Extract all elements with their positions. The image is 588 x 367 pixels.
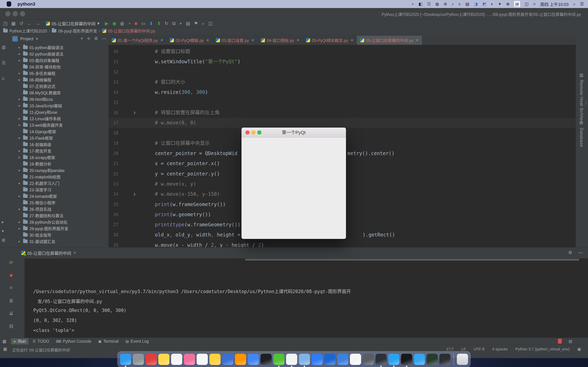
- project-tool-icon[interactable]: ⌖: [81, 36, 83, 41]
- menubar-status-icon[interactable]: ⌗: [533, 0, 536, 8]
- dock-app-music[interactable]: [146, 354, 157, 365]
- toolbar-icon[interactable]: ■: [135, 21, 137, 26]
- list-item[interactable]: ▸09-html和css: [9, 96, 109, 102]
- toolbar-icon[interactable]: ←: [27, 21, 32, 26]
- dock-app-pycharm[interactable]: [388, 354, 399, 365]
- list-item[interactable]: ▸06-网络编程: [9, 76, 109, 83]
- status-widget[interactable]: 4 spaces: [492, 347, 508, 351]
- close-icon[interactable]: ✕: [206, 38, 209, 42]
- dock-app-photoshop[interactable]: [222, 354, 233, 365]
- tool-stripe-icon[interactable]: ▥: [2, 45, 6, 50]
- minimize-button[interactable]: [13, 11, 18, 17]
- list-item[interactable]: ▸01-python基础语法: [9, 44, 109, 50]
- pyqt-minimize-button[interactable]: [251, 130, 256, 134]
- tool-window-toggle-icon[interactable]: ▦: [3, 347, 7, 351]
- run-tab-label[interactable]: 05-让窗口在屏幕的中间: [27, 250, 71, 256]
- menubar-status-icon[interactable]: ◍: [435, 0, 439, 8]
- menubar-status-icon[interactable]: ⌕: [573, 0, 575, 8]
- toolbar-icon[interactable]: ◫: [208, 21, 213, 26]
- menubar-status-icon[interactable]: ◩: [483, 0, 486, 8]
- apple-menu-icon[interactable]: [7, 1, 11, 7]
- toolbar-icon[interactable]: ⌖: [179, 21, 182, 26]
- dock-app-docker[interactable]: [324, 354, 336, 365]
- grid-icon[interactable]: ▦: [2, 339, 7, 344]
- fold-icon[interactable]: ❯: [133, 108, 136, 118]
- list-item[interactable]: ▸12-Linux操作系统: [9, 115, 109, 122]
- tab-01-第一个PyQt程序.py[interactable]: 01-第一个PyQt程序.py✕: [109, 36, 167, 45]
- list-item[interactable]: 25-微信小程序: [9, 199, 109, 206]
- toolbar-icon[interactable]: ◍: [120, 21, 124, 26]
- notification-badge[interactable]: [558, 339, 562, 344]
- dock-app-dropbox[interactable]: [312, 354, 323, 365]
- pyqt-titlebar[interactable]: 第一个PyQt: [242, 128, 346, 138]
- toolbar-icon[interactable]: ◉: [112, 21, 116, 26]
- status-widget[interactable]: 17:7: [446, 347, 454, 351]
- menubar-status-icon[interactable]: ☷: [427, 0, 431, 8]
- list-item[interactable]: ▸03-面向对象编程: [9, 57, 109, 63]
- fold-icon[interactable]: ❯: [133, 189, 136, 199]
- dock-app-safari[interactable]: [299, 354, 310, 365]
- dock-app-chrome[interactable]: [248, 354, 259, 365]
- list-item[interactable]: 23-深度学习: [9, 186, 109, 193]
- project-tool-icon[interactable]: ≑: [87, 36, 90, 41]
- status-widget[interactable]: LF: [461, 347, 466, 351]
- tool-stripe-icon[interactable]: ⋮⋮: [579, 101, 588, 106]
- dock-app-messages[interactable]: [414, 354, 425, 365]
- toolbar-icon[interactable]: ⬆: [157, 21, 161, 26]
- toolwindow-button-event-log[interactable]: ▤Event Log: [123, 338, 152, 344]
- run-toolbar-icon[interactable]: ⟳: [9, 260, 13, 266]
- list-item[interactable]: 08-MySQL数据库: [9, 89, 109, 96]
- close-icon[interactable]: ✕: [416, 38, 419, 42]
- toolwindow-button-run[interactable]: ▶Run: [11, 338, 28, 344]
- toolbar-icon[interactable]: ▭: [141, 21, 146, 26]
- pyqt-app-window[interactable]: 第一个PyQt: [242, 128, 346, 239]
- dock-app-wps[interactable]: [427, 354, 438, 365]
- run-toolbar-icon[interactable]: ⇊: [9, 310, 13, 316]
- toolbar-icon[interactable]: ▦: [11, 21, 16, 26]
- menubar-status-icon[interactable]: ◧: [419, 0, 423, 8]
- list-item[interactable]: ▸29-pyqt-图形界面开发: [9, 225, 109, 232]
- console-output[interactable]: /Users/codetutor/python_virtual_env/py3.…: [25, 259, 588, 338]
- tool-stripe-icon[interactable]: ⌸: [2, 76, 4, 81]
- dock-app-mail[interactable]: [337, 354, 348, 365]
- menubar-status-icon[interactable]: ⊜: [444, 0, 447, 8]
- zoom-button[interactable]: [20, 11, 25, 17]
- close-icon[interactable]: ✕: [251, 38, 254, 42]
- dock-app-vscode[interactable]: [440, 354, 451, 365]
- toolbar-icon[interactable]: ↺: [19, 21, 23, 26]
- pyqt-close-button[interactable]: [245, 130, 250, 134]
- dock-trash[interactable]: [457, 354, 468, 365]
- list-item[interactable]: ▸02-python高级语法: [9, 50, 109, 57]
- menubar-status-icon[interactable]: ☰: [580, 0, 584, 8]
- list-item[interactable]: 07-正则表达式: [9, 83, 109, 89]
- list-item[interactable]: ▸10-JavaScript基础: [9, 102, 109, 109]
- toolbar-icon[interactable]: ◔: [128, 21, 131, 26]
- toolbar-icon[interactable]: ▶: [105, 21, 109, 26]
- toolwindow-button-python-console[interactable]: ⌨Python Console: [53, 338, 94, 344]
- tool-stripe-icon[interactable]: ▸: [2, 219, 4, 224]
- dock-app-wechat[interactable]: [273, 354, 285, 365]
- toolbar-icon[interactable]: →: [35, 21, 40, 26]
- list-item[interactable]: ▸15-Flask框架: [9, 134, 109, 141]
- menubar-status-icon[interactable]: ✦: [498, 0, 502, 8]
- tab-02-PyQt模板.py[interactable]: 02-PyQt模板.py✕: [167, 36, 213, 45]
- list-item[interactable]: ▸17-爬虫开发: [9, 148, 109, 154]
- list-item[interactable]: 27-数据结构与算法: [9, 212, 109, 219]
- status-widget[interactable]: UTF-8: [474, 347, 484, 351]
- toolbar-icon[interactable]: ◳: [3, 21, 8, 26]
- close-icon[interactable]: ✕: [73, 251, 76, 255]
- dock-app-notes[interactable]: [158, 354, 170, 365]
- dock-app-system-preferences[interactable]: [133, 354, 144, 365]
- toolbar-icon[interactable]: ⧉: [172, 21, 175, 26]
- status-widget[interactable]: ▣: [577, 347, 581, 351]
- status-widget[interactable]: Python 3.7 (python_virtual_env): [515, 347, 570, 351]
- toolbar-icon[interactable]: ⬇: [149, 21, 153, 26]
- console-scrollbar[interactable]: [245, 259, 579, 261]
- tab-04-窗口图标.py[interactable]: 04-窗口图标.py✕: [258, 36, 303, 45]
- pyqt-zoom-button[interactable]: [257, 130, 261, 134]
- list-item[interactable]: 04-异常-模块和包: [9, 63, 109, 70]
- menubar-status-icon[interactable]: ♪: [452, 0, 454, 8]
- tool-stripe-label-database[interactable]: Database: [579, 128, 584, 147]
- toolbar-icon[interactable]: ▤: [186, 21, 190, 26]
- dock-app-qq[interactable]: [401, 354, 412, 365]
